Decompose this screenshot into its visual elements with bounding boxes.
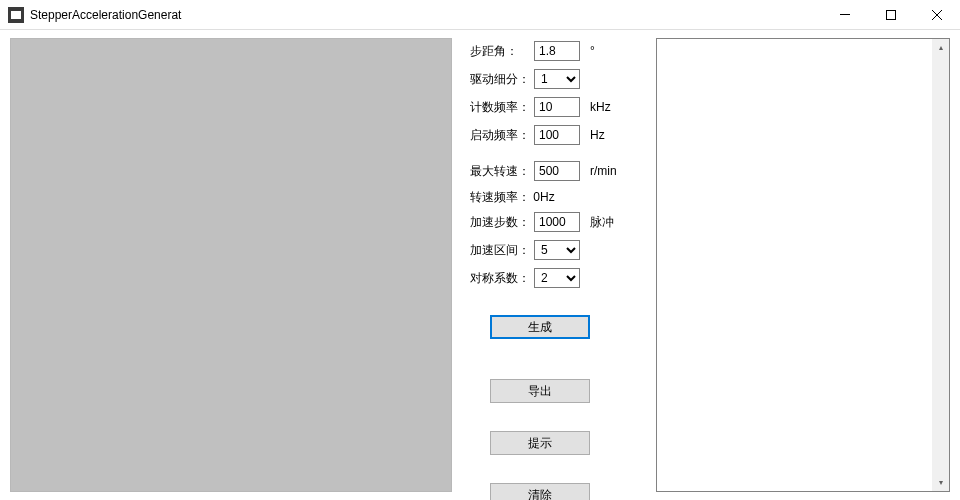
titlebar: StepperAccelerationGenerat (0, 0, 960, 30)
accel-steps-label: 加速步数： (470, 214, 534, 231)
preview-canvas (10, 38, 452, 492)
button-group: 生成 导出 提示 清除 (470, 315, 642, 500)
sym-coeff-select[interactable]: 2 (534, 268, 580, 288)
count-freq-label: 计数频率： (470, 99, 534, 116)
start-freq-label: 启动频率： (470, 127, 534, 144)
output-textarea[interactable]: ▴ ▾ (656, 38, 950, 492)
close-icon (932, 10, 942, 20)
hint-button[interactable]: 提示 (490, 431, 590, 455)
speed-freq-row: 转速频率： 0Hz (470, 186, 642, 209)
svg-rect-1 (887, 10, 896, 19)
accel-range-label: 加速区间： (470, 242, 534, 259)
count-freq-unit: kHz (590, 100, 611, 114)
accel-steps-unit: 脉冲 (590, 214, 614, 231)
max-speed-unit: r/min (590, 164, 617, 178)
window-controls (822, 0, 960, 29)
scroll-down-icon[interactable]: ▾ (932, 474, 949, 491)
max-speed-input[interactable] (534, 161, 580, 181)
parameter-form: 步距角： ° 驱动细分： 1 计数频率： kHz 启动频率： Hz 最大转速： … (452, 38, 652, 492)
accel-range-row: 加速区间： 5 (470, 237, 642, 263)
start-freq-row: 启动频率： Hz (470, 122, 642, 148)
app-icon (8, 7, 24, 23)
subdivision-row: 驱动细分： 1 (470, 66, 642, 92)
generate-button[interactable]: 生成 (490, 315, 590, 339)
window-title: StepperAccelerationGenerat (30, 8, 822, 22)
step-angle-label: 步距角： (470, 43, 534, 60)
accel-range-select[interactable]: 5 (534, 240, 580, 260)
scrollbar-track[interactable]: ▴ ▾ (932, 39, 949, 491)
subdivision-select[interactable]: 1 (534, 69, 580, 89)
minimize-icon (840, 14, 850, 15)
start-freq-unit: Hz (590, 128, 605, 142)
count-freq-row: 计数频率： kHz (470, 94, 642, 120)
accel-steps-row: 加速步数： 脉冲 (470, 209, 642, 235)
step-angle-row: 步距角： ° (470, 38, 642, 64)
sym-coeff-row: 对称系数： 2 (470, 265, 642, 291)
subdivision-label: 驱动细分： (470, 71, 534, 88)
speed-freq-value: 0Hz (533, 190, 554, 204)
scroll-up-icon[interactable]: ▴ (932, 39, 949, 56)
close-button[interactable] (914, 0, 960, 29)
accel-steps-input[interactable] (534, 212, 580, 232)
client-area: 步距角： ° 驱动细分： 1 计数频率： kHz 启动频率： Hz 最大转速： … (0, 30, 960, 500)
output-panel: ▴ ▾ (656, 38, 950, 492)
export-button[interactable]: 导出 (490, 379, 590, 403)
step-angle-unit: ° (590, 44, 595, 58)
maximize-button[interactable] (868, 0, 914, 29)
max-speed-row: 最大转速： r/min (470, 158, 642, 184)
clear-button[interactable]: 清除 (490, 483, 590, 500)
sym-coeff-label: 对称系数： (470, 270, 534, 287)
speed-freq-label: 转速频率： (470, 190, 530, 204)
step-angle-input[interactable] (534, 41, 580, 61)
start-freq-input[interactable] (534, 125, 580, 145)
svg-rect-0 (840, 14, 850, 15)
count-freq-input[interactable] (534, 97, 580, 117)
max-speed-label: 最大转速： (470, 163, 534, 180)
minimize-button[interactable] (822, 0, 868, 29)
maximize-icon (886, 10, 896, 20)
